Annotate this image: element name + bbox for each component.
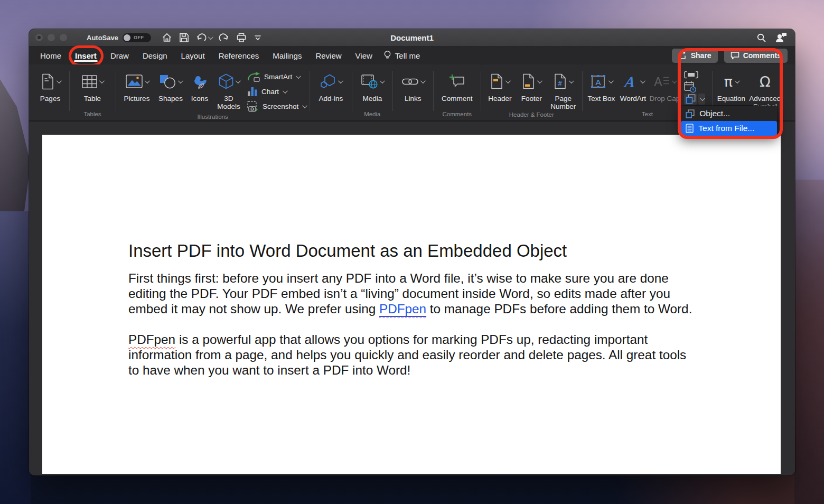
- equation-button[interactable]: π Equation: [716, 69, 746, 102]
- tab-view[interactable]: View: [349, 46, 379, 64]
- media-button[interactable]: Media: [357, 69, 388, 102]
- tab-insert[interactable]: Insert: [68, 46, 104, 64]
- footer-button[interactable]: Footer: [516, 69, 547, 102]
- svg-text:#: #: [558, 79, 563, 87]
- page-number-button[interactable]: # Page Number: [548, 69, 578, 110]
- document-text: Insert PDF into Word Document as an Embe…: [128, 241, 699, 378]
- group-label-header-footer: Header & Footer: [484, 110, 578, 120]
- tab-design[interactable]: Design: [136, 46, 174, 64]
- menu-item-text-from-file[interactable]: Text from File...: [681, 121, 777, 136]
- object-dropdown-chevron[interactable]: [698, 94, 705, 105]
- advanced-symbol-button[interactable]: Ω Advanced Symbol: [747, 69, 782, 110]
- insert-ribbon: Pages Table Tables: [29, 64, 795, 122]
- group-label-tables: Tables: [73, 110, 112, 120]
- comment-button[interactable]: Comment: [439, 69, 474, 102]
- save-icon[interactable]: [179, 33, 189, 43]
- group-label-media: Media: [355, 110, 389, 120]
- cube-3d-icon: [219, 73, 233, 89]
- autosave-toggle[interactable]: OFF: [123, 33, 151, 42]
- frame-icon: [684, 71, 698, 79]
- drop-cap-button: A Drop Cap: [649, 69, 680, 102]
- text-from-file-icon: [686, 124, 694, 133]
- shapes-icon: [160, 74, 176, 89]
- 3d-models-button[interactable]: 3D Models: [213, 69, 244, 110]
- ribbon-tab-bar: Home Insert Draw Design Layout Reference…: [29, 46, 795, 64]
- footer-icon: [522, 73, 535, 89]
- tab-layout[interactable]: Layout: [174, 46, 212, 64]
- add-ins-icon: [320, 74, 336, 89]
- active-tab-underline: [74, 60, 98, 62]
- object-menu-icon: [686, 109, 695, 118]
- screenshot-button[interactable]: Screenshot: [247, 100, 306, 113]
- text-box-icon: A: [590, 74, 606, 89]
- tab-review[interactable]: Review: [308, 46, 348, 64]
- customize-toolbar-icon[interactable]: [254, 33, 262, 42]
- date-time-button[interactable]: [684, 81, 708, 92]
- chart-button[interactable]: Chart: [247, 85, 306, 98]
- pdfpen-link[interactable]: PDFpen: [379, 302, 426, 316]
- pictures-button[interactable]: Pictures: [119, 69, 154, 102]
- wallpaper-sea: [0, 211, 31, 504]
- title-bar: AutoSave OFF D: [29, 29, 795, 46]
- share-button[interactable]: Share: [672, 49, 718, 63]
- omega-icon: Ω: [760, 74, 771, 89]
- shapes-button[interactable]: Shapes: [155, 69, 186, 102]
- undo-icon[interactable]: [196, 32, 212, 43]
- share-icon: [678, 51, 687, 60]
- text-box-button[interactable]: A Text Box: [586, 69, 616, 102]
- zoom-window-button[interactable]: [60, 34, 67, 41]
- minimize-window-button[interactable]: [48, 34, 55, 41]
- redo-icon[interactable]: [219, 32, 229, 43]
- svg-text:A: A: [596, 77, 601, 86]
- smartart-icon: [247, 72, 260, 82]
- paragraph-2: PDFpen is a powerful app that allows you…: [128, 332, 699, 378]
- table-icon: [82, 75, 97, 88]
- frame-button[interactable]: [684, 69, 708, 80]
- tab-references[interactable]: References: [212, 46, 266, 64]
- comment-bubble-icon: [731, 51, 739, 60]
- object-button[interactable]: [684, 94, 697, 105]
- document-heading: Insert PDF into Word Document as an Embe…: [128, 241, 699, 261]
- print-icon[interactable]: [236, 32, 247, 43]
- pages-button[interactable]: Pages: [35, 69, 65, 102]
- autosave-label: AutoSave: [87, 34, 118, 42]
- smartart-button[interactable]: SmartArt: [247, 70, 306, 83]
- account-icon[interactable]: [775, 32, 788, 43]
- object-icon: [686, 94, 696, 104]
- pictures-icon: [126, 74, 143, 88]
- chart-icon: [247, 86, 258, 97]
- header-icon: [490, 73, 503, 89]
- table-button[interactable]: Table: [77, 69, 108, 102]
- duck-icon: [192, 74, 208, 89]
- date-time-icon: [684, 81, 697, 93]
- close-window-button[interactable]: [35, 34, 43, 41]
- tab-draw[interactable]: Draw: [104, 46, 136, 64]
- document-page[interactable]: Insert PDF into Word Document as an Embe…: [42, 135, 781, 474]
- group-label-comments: Comments: [437, 110, 477, 120]
- svg-text:A: A: [623, 74, 636, 89]
- menu-item-object[interactable]: Object...: [681, 106, 777, 121]
- icons-button[interactable]: Icons: [187, 69, 212, 102]
- svg-text:A: A: [654, 75, 662, 88]
- wallpaper-rock: [794, 180, 824, 504]
- drop-cap-icon: A: [654, 75, 670, 88]
- header-button[interactable]: Header: [484, 69, 515, 102]
- word-window: AutoSave OFF D: [29, 29, 795, 475]
- tab-home[interactable]: Home: [33, 46, 68, 64]
- search-icon[interactable]: [756, 33, 766, 43]
- links-button[interactable]: Links: [398, 69, 428, 102]
- comments-button[interactable]: Comments: [724, 49, 788, 63]
- tab-mailings[interactable]: Mailings: [266, 46, 308, 64]
- pages-icon: [41, 73, 54, 90]
- wordart-button[interactable]: A WordArt: [617, 69, 648, 102]
- document-title: Document1: [390, 33, 434, 42]
- new-comment-icon: [449, 74, 465, 89]
- home-icon[interactable]: [162, 32, 172, 43]
- object-dropdown-menu: Object... Text from File...: [680, 106, 778, 136]
- document-canvas-area: Insert PDF into Word Document as an Embe…: [29, 122, 795, 475]
- wordart-icon: A: [622, 74, 638, 89]
- add-ins-button[interactable]: Add-ins: [313, 69, 348, 102]
- tell-me-button[interactable]: Tell me: [383, 50, 420, 61]
- paragraph-1: First things first: before you insert an…: [128, 270, 699, 316]
- undo-chevron-icon: [208, 34, 213, 40]
